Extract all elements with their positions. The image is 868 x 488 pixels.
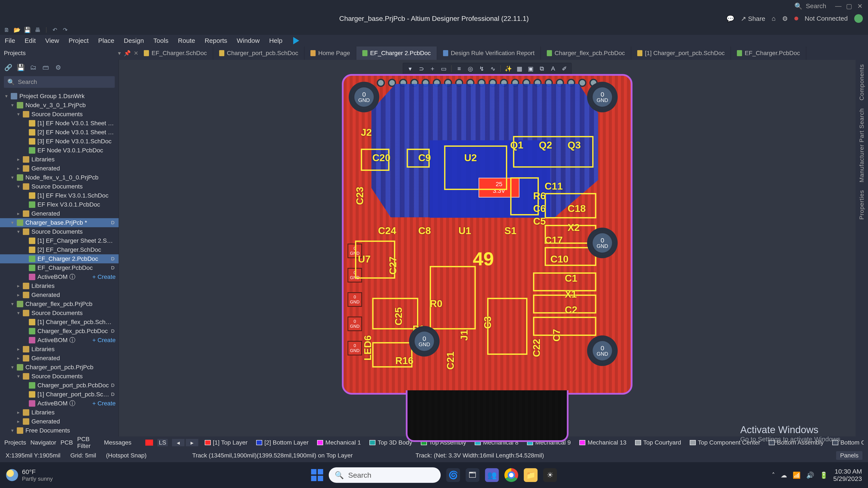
home-icon[interactable]: ⌂ xyxy=(772,15,776,22)
measure-icon[interactable]: ✐ xyxy=(559,64,569,73)
tree-row[interactable]: [1] EF_Charger Sheet 2.SchDoc xyxy=(0,236,119,245)
pcb-canvas[interactable]: ▾ ⊃ ＋ ▭ ≡ ◎ ↯ ∿ ✨ ▦ ▣ ⧉ A ✐ xyxy=(119,60,856,436)
qa-open-icon[interactable]: 📂 xyxy=(13,26,21,34)
tree-row[interactable]: ▾Project Group 1.DsnWrk xyxy=(0,92,119,101)
layer-tab-pcb[interactable]: PCB xyxy=(61,439,73,446)
projects-menu-icon[interactable]: 🗃 xyxy=(42,63,50,71)
projects-save-icon[interactable]: 💾 xyxy=(17,63,25,71)
layerset-button[interactable]: LS xyxy=(157,439,167,446)
projects-search[interactable]: 🔍 Search xyxy=(4,76,115,88)
tree-row[interactable]: [1] EF Flex V3.0.1.SchDoc xyxy=(0,191,119,200)
tree-row[interactable]: [2] EF_Charger.SchDoc xyxy=(0,245,119,254)
tray-wifi-icon[interactable]: 📶 xyxy=(793,471,801,479)
doc-tab[interactable]: Home Page xyxy=(304,46,356,60)
tray-battery-icon[interactable]: 🔋 xyxy=(820,471,828,479)
layer-tab[interactable]: Bottom Courtyard xyxy=(830,439,864,446)
tree-row[interactable]: ▾Charger_base.PrjPcb *D xyxy=(0,218,119,227)
qa-new-icon[interactable]: 🗎 xyxy=(3,26,10,34)
tree-row[interactable]: EF_Charger.PcbDocD xyxy=(0,263,119,272)
titlebar-search[interactable]: 🔍 Search xyxy=(795,2,826,10)
tree-row[interactable]: ▸Generated xyxy=(0,354,119,363)
projects-settings-icon[interactable]: ⚙ xyxy=(54,63,62,71)
layer-tab[interactable]: [1] Top Layer xyxy=(203,439,250,446)
tree-row[interactable]: ▾Source Documents xyxy=(0,227,119,236)
tree-row[interactable]: ▸Libraries xyxy=(0,282,119,290)
projects-tree[interactable]: ▾Project Group 1.DsnWrk▾Node_v_3_0_1.Prj… xyxy=(0,89,119,436)
tree-arrow-icon[interactable]: ▾ xyxy=(16,184,21,189)
settings-icon[interactable]: ⚙ xyxy=(782,15,788,22)
place-icon[interactable]: ▣ xyxy=(526,64,536,73)
start-button[interactable] xyxy=(311,469,323,481)
sheet-icon[interactable]: ▦ xyxy=(515,64,524,73)
tree-row[interactable]: ▸Generated xyxy=(0,417,119,426)
tree-row[interactable]: [1] EF Node V3.0.1 Sheet 2.SchD xyxy=(0,119,119,128)
plus-icon[interactable]: ＋ xyxy=(428,64,437,73)
taskbar-fileexplorer-icon[interactable]: 📁 xyxy=(524,468,537,482)
panels-button[interactable]: Panels xyxy=(836,451,862,460)
run-icon[interactable] xyxy=(292,37,299,44)
tree-row[interactable]: [2] EF Node V3.0.1 Sheet 3.SchD xyxy=(0,128,119,137)
dock-manufacturer-part-search[interactable]: Manufacturer Part Search xyxy=(858,108,865,183)
tree-arrow-icon[interactable]: ▸ xyxy=(16,157,21,162)
highlight-icon[interactable]: ✨ xyxy=(503,64,513,73)
tree-row[interactable]: ActiveBOM ⓘ+ Create xyxy=(0,399,119,408)
tree-row[interactable]: ▾Source Documents xyxy=(0,308,119,318)
tree-arrow-icon[interactable]: ▸ xyxy=(16,355,21,361)
tree-arrow-icon[interactable]: ▾ xyxy=(16,229,21,234)
menu-window[interactable]: Window xyxy=(237,37,260,44)
track-icon[interactable]: ∿ xyxy=(488,64,498,73)
tree-row[interactable]: Charger_flex_pcb.PcbDocD xyxy=(0,327,119,336)
qa-print-icon[interactable]: 🖶 xyxy=(34,26,41,34)
tray-chevron-icon[interactable]: ˄ xyxy=(772,471,775,479)
tree-arrow-icon[interactable]: ▾ xyxy=(16,111,21,117)
tree-row[interactable]: ▾Free Documents xyxy=(0,426,119,435)
tree-arrow-icon[interactable]: ▾ xyxy=(16,310,21,316)
layer-tab-navigator[interactable]: Navigator xyxy=(30,439,56,446)
tree-arrow-icon[interactable]: ▸ xyxy=(16,211,21,217)
tree-row[interactable]: ▾Charger_flex_pcb.PrjPcb xyxy=(0,299,119,308)
tree-arrow-icon[interactable]: ▸ xyxy=(16,166,21,171)
dock-components[interactable]: Components xyxy=(858,64,865,100)
rect-icon[interactable]: ▭ xyxy=(439,64,448,73)
dock-properties[interactable]: Properties xyxy=(858,190,865,220)
user-avatar[interactable] xyxy=(854,14,863,23)
menu-place[interactable]: Place xyxy=(98,37,114,44)
system-tray[interactable]: ˄ ☁ 📶 🔊 🔋 10:30 AM 5/29/2023 xyxy=(772,468,862,483)
doc-tab[interactable]: EF_Charger.SchDoc xyxy=(138,46,213,60)
panel-dropdown-icon[interactable]: ▾ xyxy=(118,50,121,57)
layer-tab[interactable]: Top Component Center xyxy=(688,439,763,446)
chat-icon[interactable]: 💬 xyxy=(726,15,734,22)
taskbar-search[interactable]: 🔍 Search xyxy=(329,467,441,483)
taskbar-altium-icon[interactable]: ☀ xyxy=(543,468,557,482)
route-icon[interactable]: ↯ xyxy=(476,64,487,73)
qa-save-icon[interactable]: 💾 xyxy=(24,26,31,34)
tree-row[interactable]: ▸Generated xyxy=(0,164,119,173)
taskbar-chrome-icon[interactable] xyxy=(504,468,518,482)
filter-icon[interactable]: ▾ xyxy=(405,64,415,73)
tree-row[interactable]: ▾Source Documents xyxy=(0,372,119,381)
tree-arrow-icon[interactable]: ▸ xyxy=(16,347,21,352)
tree-row[interactable]: ▾Source Documents xyxy=(0,435,119,436)
menu-edit[interactable]: Edit xyxy=(25,37,36,44)
tree-row[interactable]: Charger_port_pcb.PcbDocD xyxy=(0,381,119,390)
layer-prev-button[interactable]: ◂ xyxy=(172,439,185,446)
tree-arrow-icon[interactable]: ▾ xyxy=(4,93,9,99)
doc-tab[interactable]: EF_Charger.PcbDoc xyxy=(731,46,806,60)
tree-row[interactable]: ▸Libraries xyxy=(0,155,119,164)
doc-tab[interactable]: Charger_flex_pcb.PcbDoc xyxy=(541,46,631,60)
menu-help[interactable]: Help xyxy=(269,37,282,44)
projects-compile-icon[interactable]: 🗂 xyxy=(29,63,37,71)
lasso-icon[interactable]: ⊃ xyxy=(416,64,426,73)
tree-row[interactable]: ActiveBOM ⓘ+ Create xyxy=(0,336,119,345)
tree-arrow-icon[interactable]: ▾ xyxy=(10,364,14,370)
tree-arrow-icon[interactable]: ▾ xyxy=(16,373,21,379)
doc-tab[interactable]: [1] Charger_port_pcb.SchDoc xyxy=(631,46,731,60)
menu-project[interactable]: Project xyxy=(69,37,89,44)
tray-onedrive-icon[interactable]: ☁ xyxy=(781,471,787,479)
menu-route[interactable]: Route xyxy=(178,37,195,44)
tree-row[interactable]: EF Flex V3.0.1.PcbDoc xyxy=(0,200,119,209)
tree-arrow-icon[interactable]: ▸ xyxy=(16,283,21,289)
tree-row[interactable]: ▾Source Documents xyxy=(0,182,119,191)
tree-arrow-icon[interactable]: ▸ xyxy=(16,410,21,415)
tree-row[interactable]: ▾Source Documents xyxy=(0,110,119,119)
